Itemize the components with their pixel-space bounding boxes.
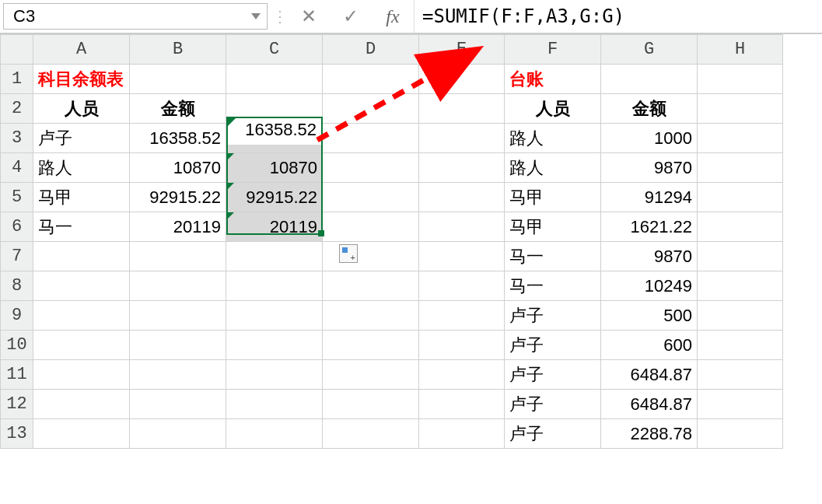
cell-person[interactable]: 马甲 [33,183,130,212]
cell[interactable] [226,242,323,271]
cell-person[interactable]: 马甲 [505,183,601,212]
cell-person[interactable]: 卢子 [505,360,601,390]
cell[interactable] [323,153,419,183]
dropdown-icon[interactable] [251,13,261,19]
cell[interactable] [323,65,419,94]
cell[interactable] [419,271,505,301]
cell-amount[interactable]: 10870 [130,153,226,183]
cell-amount[interactable]: 10249 [601,271,698,301]
cell[interactable] [698,65,783,94]
cell-amount[interactable]: 6484.87 [601,390,698,419]
cell[interactable] [419,183,505,212]
cell[interactable] [323,183,419,212]
cell[interactable] [419,390,505,419]
col-header[interactable]: F [505,35,601,65]
row-header[interactable]: 7 [1,242,33,271]
cell-amount[interactable]: 2288.78 [601,419,698,449]
cell[interactable] [323,242,419,271]
cell[interactable] [33,301,130,331]
cell-person[interactable]: 卢子 [33,124,130,153]
cell[interactable] [130,242,226,271]
cell[interactable] [33,360,130,390]
header-amount[interactable]: 金额 [601,94,698,124]
cell-amount[interactable]: 9870 [601,153,698,183]
fx-icon[interactable]: fx [372,0,414,33]
row-header[interactable]: 11 [1,360,33,390]
cell[interactable] [419,360,505,390]
cell[interactable] [130,65,226,94]
row-header[interactable]: 5 [1,183,33,212]
cell[interactable] [33,390,130,419]
name-box[interactable]: C3 [3,3,268,30]
row-header[interactable]: 3 [1,124,33,153]
cell[interactable] [130,419,226,449]
cell-calc[interactable]: 92915.22 [226,183,323,212]
title-right[interactable]: 台账 [505,65,601,94]
col-header[interactable]: D [323,35,419,65]
cell[interactable] [226,419,323,449]
cell[interactable] [323,331,419,360]
col-header[interactable]: H [698,35,783,65]
cell[interactable] [226,390,323,419]
header-person[interactable]: 人员 [505,94,601,124]
cell[interactable] [419,212,505,242]
cell[interactable] [419,94,505,124]
cell-amount[interactable]: 500 [601,301,698,331]
cell[interactable] [698,301,783,331]
cell[interactable] [323,360,419,390]
cell-person[interactable]: 卢子 [505,301,601,331]
cell-person[interactable]: 路人 [33,153,130,183]
select-all-corner[interactable] [1,35,33,65]
cell[interactable] [323,271,419,301]
cell[interactable] [130,360,226,390]
row-header[interactable]: 4 [1,153,33,183]
cell[interactable] [419,301,505,331]
cell[interactable] [226,301,323,331]
cell-person[interactable]: 路人 [505,153,601,183]
cell[interactable] [33,419,130,449]
cell-amount[interactable]: 6484.87 [601,360,698,390]
cell[interactable] [130,271,226,301]
cell[interactable] [323,94,419,124]
header-amount[interactable]: 金额 [130,94,226,124]
cell[interactable] [698,360,783,390]
cell-person[interactable]: 卢子 [505,331,601,360]
cell[interactable] [130,331,226,360]
cell-amount[interactable]: 9870 [601,242,698,271]
cell[interactable] [130,301,226,331]
cell-amount[interactable]: 91294 [601,183,698,212]
cell-person[interactable]: 马甲 [505,212,601,242]
cell-calc[interactable]: 20119 [226,212,323,242]
cell[interactable] [226,65,323,94]
row-header[interactable]: 6 [1,212,33,242]
cell[interactable] [226,360,323,390]
formula-input[interactable]: =SUMIF(F:F,A3,G:G) [414,0,822,33]
cell[interactable] [419,124,505,153]
cell[interactable] [33,331,130,360]
cell[interactable] [226,94,323,124]
cell-amount[interactable]: 1621.22 [601,212,698,242]
cell-person[interactable]: 卢子 [505,390,601,419]
cell[interactable] [698,153,783,183]
row-header[interactable]: 10 [1,331,33,360]
row-header[interactable]: 8 [1,271,33,301]
cell[interactable] [226,271,323,301]
cell-calc[interactable]: 10870 [226,153,323,183]
cell[interactable] [323,419,419,449]
col-header[interactable]: G [601,35,698,65]
cell[interactable] [419,153,505,183]
cancel-icon[interactable]: ✕ [288,0,330,33]
cell[interactable] [419,419,505,449]
cell[interactable] [33,271,130,301]
row-header[interactable]: 1 [1,65,33,94]
title-left[interactable]: 科目余额表 [33,65,130,94]
active-cell[interactable]: 16358.52 [226,124,323,153]
cell-amount[interactable]: 16358.52 [130,124,226,153]
col-header[interactable]: A [33,35,130,65]
cell[interactable] [323,212,419,242]
cell[interactable] [698,271,783,301]
spreadsheet-grid[interactable]: A B C D E F G H 1 科目余额表 台账 2 人员 金额 [0,34,822,449]
autofill-options-button[interactable] [339,244,358,263]
header-person[interactable]: 人员 [33,94,130,124]
cell[interactable] [33,242,130,271]
